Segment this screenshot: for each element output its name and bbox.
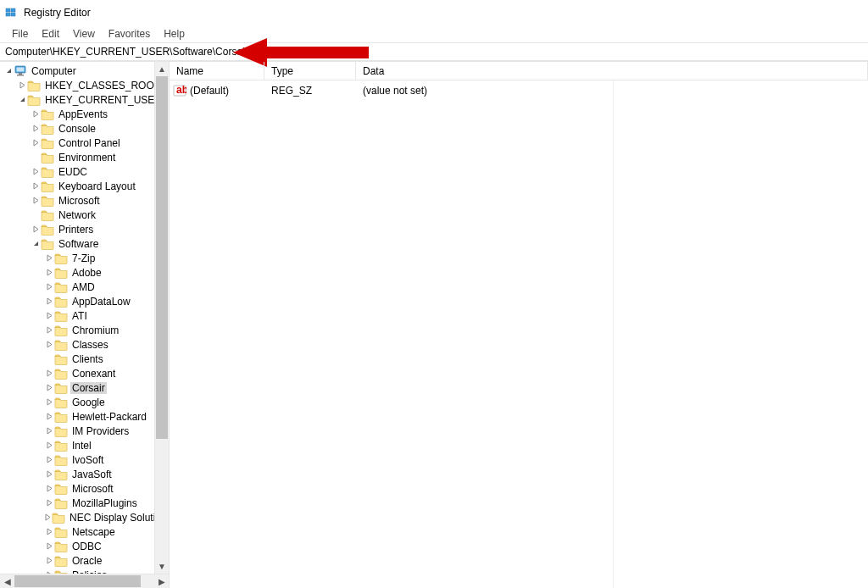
scroll-thumb[interactable]	[14, 575, 141, 587]
tree-node-label[interactable]: AppEvents	[57, 108, 109, 120]
tree-node-policies[interactable]: Policies	[0, 568, 169, 574]
tree-node-label[interactable]: Chromium	[70, 325, 120, 336]
expand-icon[interactable]	[44, 269, 54, 276]
tree-vertical-scrollbar[interactable]: ▲ ▼	[154, 62, 169, 574]
scroll-up-icon[interactable]: ▲	[155, 62, 169, 76]
tree-node-appdatalow[interactable]: AppDataLow	[0, 294, 169, 308]
tree-node-control-panel[interactable]: Control Panel	[0, 136, 169, 150]
expand-icon[interactable]	[44, 326, 54, 334]
tree-node-label[interactable]: Microsoft	[70, 483, 115, 495]
tree-view[interactable]: ComputerHKEY_CLASSES_ROOTHKEY_CURRENT_US…	[0, 62, 169, 574]
tree-node-clients[interactable]: Clients	[0, 352, 169, 366]
tree-node-label[interactable]: Clients	[70, 353, 105, 365]
tree-node-odbc[interactable]: ODBC	[0, 539, 169, 553]
tree-node-label[interactable]: Keyboard Layout	[57, 180, 137, 192]
tree-node-nec-display-solutions[interactable]: NEC Display Solutions	[0, 510, 169, 524]
expand-icon[interactable]	[44, 542, 54, 550]
tree-node-microsoft[interactable]: Microsoft	[0, 481, 169, 496]
expand-icon[interactable]	[17, 81, 27, 89]
tree-node-label[interactable]: ATI	[70, 310, 89, 322]
tree-node-intel[interactable]: Intel	[0, 438, 169, 452]
address-input[interactable]	[3, 44, 868, 59]
tree-node-microsoft[interactable]: Microsoft	[0, 193, 169, 208]
expand-icon[interactable]	[44, 369, 54, 377]
tree-node-label[interactable]: AMD	[70, 281, 97, 293]
expand-icon[interactable]	[44, 441, 54, 449]
expand-icon[interactable]	[44, 427, 54, 435]
expand-icon[interactable]	[31, 182, 41, 190]
expand-icon[interactable]	[44, 413, 54, 420]
expand-icon[interactable]	[44, 499, 54, 507]
column-header-name[interactable]: Name	[170, 62, 264, 80]
tree-node-im-providers[interactable]: IM Providers	[0, 424, 169, 438]
tree-node-label[interactable]: 7-Zip	[70, 252, 97, 264]
tree-node-label[interactable]: Adobe	[70, 267, 103, 279]
tree-node-environment[interactable]: Environment	[0, 150, 169, 164]
expand-icon[interactable]	[44, 283, 54, 291]
menu-view[interactable]: View	[66, 26, 102, 42]
tree-node-printers[interactable]: Printers	[0, 222, 169, 236]
tree-node-eudc[interactable]: EUDC	[0, 164, 169, 179]
expand-icon[interactable]	[44, 513, 52, 521]
list-body[interactable]: ab(Default)REG_SZ(value not set)	[170, 80, 868, 97]
tree-node-classes[interactable]: Classes	[0, 337, 169, 352]
tree-node-label[interactable]: Software	[57, 238, 100, 250]
scroll-down-icon[interactable]: ▼	[155, 559, 169, 574]
expand-icon[interactable]	[31, 197, 41, 204]
expand-icon[interactable]	[44, 485, 54, 492]
expand-icon[interactable]	[44, 456, 54, 463]
scroll-right-icon[interactable]: ▶	[154, 574, 169, 588]
tree-node-label[interactable]: Classes	[70, 339, 110, 351]
tree-node-label[interactable]: Computer	[30, 65, 78, 77]
tree-node-amd[interactable]: AMD	[0, 280, 169, 294]
tree-node-oracle[interactable]: Oracle	[0, 553, 169, 568]
expand-icon[interactable]	[44, 341, 54, 348]
tree-node-label[interactable]: Corsair	[70, 382, 107, 394]
column-header-type[interactable]: Type	[264, 62, 356, 80]
tree-node-network[interactable]: Network	[0, 208, 169, 222]
scroll-track[interactable]	[155, 76, 169, 559]
tree-node-label[interactable]: IM Providers	[70, 425, 131, 437]
tree-node-appevents[interactable]: AppEvents	[0, 107, 169, 121]
expand-icon[interactable]	[31, 225, 41, 233]
expand-icon[interactable]	[44, 398, 54, 406]
menu-file[interactable]: File	[5, 26, 35, 42]
tree-node-label[interactable]: Oracle	[70, 555, 103, 567]
tree-node-adobe[interactable]: Adobe	[0, 265, 169, 280]
tree-node-label[interactable]: ODBC	[70, 541, 103, 552]
scroll-left-icon[interactable]: ◀	[0, 574, 14, 588]
column-header-data[interactable]: Data	[356, 62, 868, 80]
tree-horizontal-scrollbar[interactable]: ◀ ▶	[0, 574, 169, 588]
tree-node-label[interactable]: Microsoft	[57, 195, 102, 207]
tree-node-label[interactable]: EUDC	[57, 166, 89, 178]
tree-node-google[interactable]: Google	[0, 395, 169, 409]
scroll-thumb[interactable]	[156, 76, 168, 439]
tree-node-label[interactable]: Conexant	[70, 368, 117, 380]
tree-node-corsair[interactable]: Corsair	[0, 380, 169, 395]
tree-node-mozillaplugins[interactable]: MozillaPlugins	[0, 496, 169, 510]
tree-node-console[interactable]: Console	[0, 121, 169, 136]
tree-node-label[interactable]: AppDataLow	[70, 296, 132, 308]
tree-node-javasoft[interactable]: JavaSoft	[0, 467, 169, 481]
tree-node-label[interactable]: HKEY_CLASSES_ROOT	[43, 80, 162, 92]
tree-node-keyboard-layout[interactable]: Keyboard Layout	[0, 179, 169, 193]
tree-node-computer[interactable]: Computer	[0, 64, 169, 78]
tree-node-label[interactable]: Intel	[70, 440, 93, 452]
tree-node-ivosoft[interactable]: IvoSoft	[0, 452, 169, 467]
collapse-icon[interactable]	[3, 67, 14, 75]
expand-icon[interactable]	[31, 139, 41, 147]
expand-icon[interactable]	[31, 125, 41, 132]
tree-node-chromium[interactable]: Chromium	[0, 323, 169, 337]
expand-icon[interactable]	[31, 110, 41, 118]
tree-node-label[interactable]: Environment	[57, 152, 117, 164]
tree-node-conexant[interactable]: Conexant	[0, 366, 169, 380]
menu-favorites[interactable]: Favorites	[102, 26, 157, 42]
tree-node-hkey-classes-root[interactable]: HKEY_CLASSES_ROOT	[0, 78, 169, 92]
expand-icon[interactable]	[44, 557, 54, 564]
menu-edit[interactable]: Edit	[35, 26, 66, 42]
tree-node-label[interactable]: Printers	[57, 224, 95, 236]
tree-node-label[interactable]: Netscape	[70, 526, 117, 538]
expand-icon[interactable]	[44, 297, 54, 305]
list-row[interactable]: ab(Default)REG_SZ(value not set)	[170, 83, 868, 97]
tree-node-label[interactable]: MozillaPlugins	[70, 497, 139, 509]
